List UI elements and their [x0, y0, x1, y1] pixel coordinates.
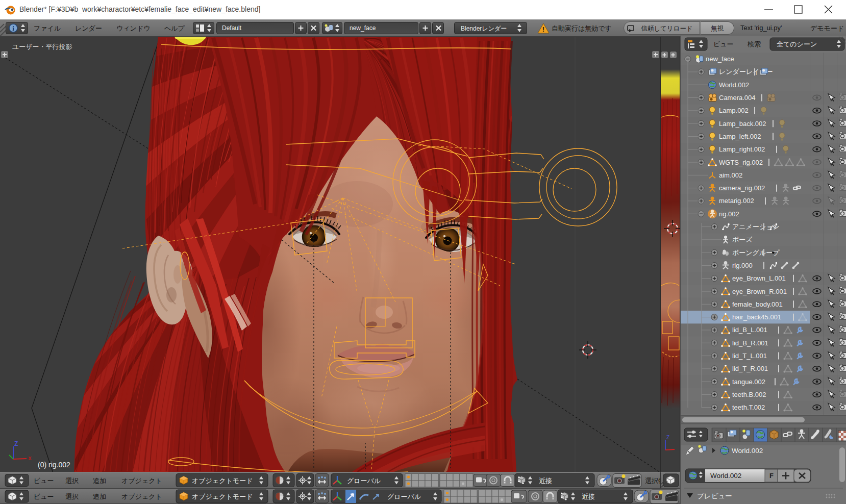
- svg-text:teeth.B.002: teeth.B.002: [732, 391, 766, 398]
- svg-text:グローバル: グローバル: [387, 493, 421, 500]
- svg-text:lid_T_R.001: lid_T_R.001: [732, 365, 768, 372]
- svg-text:Lamp.002: Lamp.002: [719, 107, 749, 114]
- svg-text:!: !: [542, 26, 544, 33]
- svg-text:オブジェクトモード: オブジェクトモード: [192, 493, 253, 500]
- svg-text:hair_back45.001: hair_back45.001: [732, 313, 781, 321]
- svg-text:Z: Z: [14, 440, 18, 447]
- svg-text:WGTS_rig.002: WGTS_rig.002: [719, 159, 763, 166]
- svg-text:アニメーション: アニメーション: [732, 223, 780, 231]
- svg-text:new_face: new_face: [706, 55, 734, 63]
- svg-text:lid_B_R.001: lid_B_R.001: [732, 339, 768, 347]
- svg-text:近接: 近接: [582, 493, 595, 500]
- svg-text:ビュー: ビュー: [34, 477, 54, 485]
- svg-text:rig.000: rig.000: [732, 262, 753, 269]
- svg-text:追加: 追加: [93, 493, 106, 500]
- svg-text:ビュー: ビュー: [34, 493, 54, 500]
- svg-text:(0) rig.002: (0) rig.002: [38, 461, 70, 469]
- svg-text:全てのシーン: 全てのシーン: [777, 40, 817, 48]
- svg-text:x: x: [28, 455, 32, 462]
- svg-text:グローバル: グローバル: [347, 477, 381, 485]
- svg-text:World.002: World.002: [732, 447, 763, 455]
- svg-text:オブジェクトモード: オブジェクトモード: [192, 477, 253, 485]
- svg-text:ポーズ: ポーズ: [732, 236, 753, 243]
- svg-text:eye_Brown_L.001: eye_Brown_L.001: [732, 274, 786, 282]
- svg-text:teeth.T.002: teeth.T.002: [732, 404, 765, 411]
- svg-text:World.002: World.002: [719, 81, 749, 89]
- svg-text:rig.002: rig.002: [719, 210, 739, 218]
- svg-text:World.002: World.002: [710, 472, 741, 480]
- svg-text:ユーザー・平行投影: ユーザー・平行投影: [12, 43, 72, 51]
- svg-text:i: i: [12, 24, 14, 32]
- svg-text:Lamp_left.002: Lamp_left.002: [719, 133, 761, 140]
- svg-text:オブジェクト: オブジェクト: [121, 477, 162, 485]
- svg-text:近接: 近接: [539, 477, 552, 485]
- svg-text:lid_T_L.001: lid_T_L.001: [732, 352, 767, 360]
- svg-text:aim.002: aim.002: [719, 171, 742, 179]
- svg-text:Lamp_back.002: Lamp_back.002: [719, 120, 766, 128]
- svg-text:lid_B_L.001: lid_B_L.001: [732, 326, 767, 334]
- svg-text:プレビュー: プレビュー: [697, 492, 732, 500]
- svg-text:ビュー: ビュー: [713, 40, 734, 48]
- svg-text:Camera.004: Camera.004: [719, 94, 756, 102]
- svg-text:Lamp_right.002: Lamp_right.002: [719, 145, 765, 153]
- svg-text:選択: 選択: [65, 493, 79, 500]
- svg-text:F: F: [769, 472, 774, 480]
- svg-text:eye_Brown_R.001: eye_Brown_R.001: [732, 288, 787, 295]
- svg-text:選択: 選択: [65, 477, 79, 485]
- svg-text:camera_rig.002: camera_rig.002: [719, 184, 765, 192]
- svg-text:検索: 検索: [747, 40, 761, 48]
- svg-text:tangue.002: tangue.002: [732, 378, 765, 386]
- svg-text:metarig.002: metarig.002: [719, 197, 754, 205]
- svg-text:追加: 追加: [93, 477, 106, 485]
- svg-text:オブジェクト: オブジェクト: [121, 493, 162, 500]
- svg-text:female_body.001: female_body.001: [732, 300, 783, 308]
- svg-text:Z: Z: [666, 435, 669, 440]
